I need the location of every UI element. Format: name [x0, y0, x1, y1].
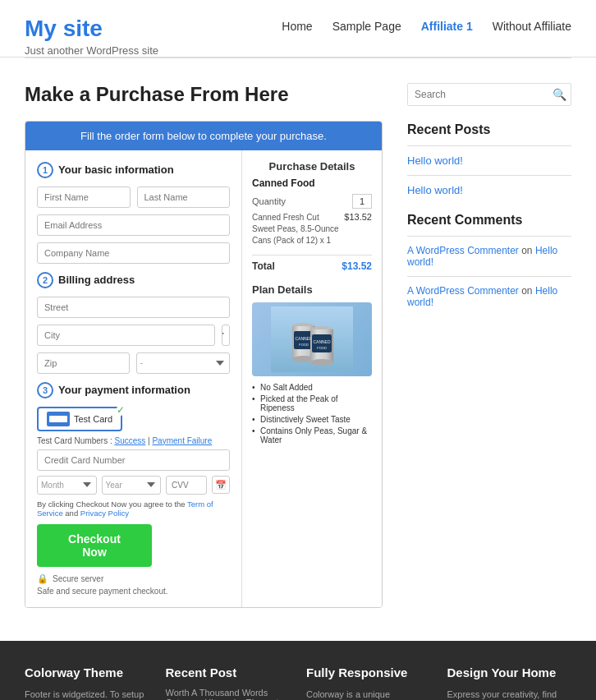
search-button[interactable]: 🔍 — [552, 88, 566, 101]
footer-col1-title: Colorway Theme — [25, 665, 149, 679]
plan-feature-2: Picked at the Peak of Ripeness — [252, 394, 372, 412]
footer-recent-post-link2[interactable]: Category Hierarchy Elements — [166, 698, 291, 700]
cvv-input[interactable] — [166, 476, 207, 495]
section2-title: Billing address — [58, 274, 135, 286]
checkout-left: 1 Your basic information — [25, 150, 242, 607]
card-link-row: Test Card Numbers : Success | Payment Fa… — [37, 436, 230, 445]
recent-comments-section: Recent Comments A WordPress Commenter on… — [407, 213, 571, 308]
footer-col-responsive: Fully Responsive Colorway is a unique re… — [306, 665, 431, 700]
email-input[interactable] — [37, 214, 230, 236]
footer-col2-title: Recent Post — [166, 665, 291, 679]
svg-text:CANNED: CANNED — [295, 336, 313, 341]
cc-number-input[interactable] — [37, 449, 230, 471]
product-name: Canned Food — [252, 177, 372, 189]
year-select[interactable]: Year — [102, 476, 162, 495]
calendar-icon[interactable]: 📅 — [212, 476, 230, 494]
comment1-divider — [407, 276, 571, 277]
site-footer: Colorway Theme Footer is widgetized. To … — [0, 641, 596, 700]
name-row — [37, 187, 230, 208]
product-desc: Canned Fresh Cut Sweet Peas, 8.5-Ounce C… — [252, 212, 341, 246]
footer-col-design: Design Your Home Express your creativity… — [447, 665, 572, 700]
payment-failure-link[interactable]: Payment Failure — [152, 436, 212, 445]
site-tagline: Just another WordPress site — [25, 44, 158, 57]
section1-number: 1 — [37, 162, 53, 178]
section1-title: Your basic information — [58, 163, 174, 176]
card-icon — [47, 412, 70, 426]
nav-home[interactable]: Home — [282, 20, 312, 33]
city-input[interactable] — [37, 325, 215, 346]
recent-post-1[interactable]: Hello world! — [407, 154, 571, 167]
main-content: Make a Purchase From Here Fill the order… — [0, 58, 596, 624]
search-box: 🔍 — [407, 83, 571, 106]
state-select[interactable]: - — [136, 352, 230, 374]
plan-feature-1: No Salt Added — [252, 383, 372, 392]
street-input[interactable] — [37, 297, 230, 318]
nav-affiliate1[interactable]: Affiliate 1 — [421, 20, 473, 33]
company-row — [37, 242, 230, 264]
comment-1-on: on — [521, 245, 532, 256]
cans-illustration: CANNED FOOD CANNED FOOD — [271, 306, 353, 372]
svg-text:FOOD: FOOD — [299, 343, 309, 347]
zip-input[interactable] — [37, 352, 130, 374]
first-name-input[interactable] — [37, 187, 131, 208]
company-input[interactable] — [37, 242, 230, 264]
svg-point-12 — [310, 359, 333, 366]
card-icon-inner — [49, 416, 67, 422]
comment-1: A WordPress Commenter on Hello world! — [407, 245, 571, 268]
last-name-input[interactable] — [137, 187, 231, 208]
success-link[interactable]: Success — [114, 436, 145, 445]
recent-post-2[interactable]: Hello world! — [407, 184, 571, 196]
plan-details-title: Plan Details — [252, 283, 372, 296]
city-country-row: Country — [37, 325, 230, 346]
site-title: My site — [25, 15, 158, 43]
quantity-row: Quantity 1 — [252, 194, 372, 209]
street-row — [37, 297, 230, 318]
checkout-body: 1 Your basic information — [25, 150, 382, 607]
section2-number: 2 — [37, 272, 53, 288]
content-area: Make a Purchase From Here Fill the order… — [25, 83, 383, 608]
country-select[interactable]: Country — [222, 325, 230, 346]
section1-header: 1 Your basic information — [37, 162, 230, 178]
footer-col-colorway: Colorway Theme Footer is widgetized. To … — [25, 665, 149, 700]
checkout-container: Fill the order form below to complete yo… — [25, 121, 383, 608]
zip-row: - — [37, 352, 230, 374]
footer-col1-text: Footer is widgetized. To setup the foote… — [25, 688, 149, 700]
nav-without-affiliate[interactable]: Without Affiliate — [493, 20, 571, 33]
section2-header: 2 Billing address — [37, 272, 230, 288]
test-card-button[interactable]: Test Card ✓ — [37, 407, 122, 431]
sidebar: 🔍 Recent Posts Hello world! Hello world!… — [407, 83, 571, 608]
month-select[interactable]: Month — [37, 476, 97, 495]
recent-comments-divider — [407, 236, 571, 237]
search-input[interactable] — [407, 83, 571, 106]
checkout-now-button[interactable]: Checkout Now — [37, 524, 152, 567]
comment-1-author[interactable]: A WordPress Commenter — [407, 245, 519, 256]
product-price: $13.52 — [344, 212, 372, 222]
section3-header: 3 Your payment information — [37, 382, 230, 398]
secure-server-text: Secure server — [53, 574, 103, 583]
site-header: My site Just another WordPress site Home… — [0, 0, 596, 58]
plan-image: CANNED FOOD CANNED FOOD — [252, 302, 372, 376]
payment-expiry-row: Month Year 📅 — [37, 476, 230, 495]
recent-posts-title: Recent Posts — [407, 122, 571, 137]
nav-sample-page[interactable]: Sample Page — [332, 20, 401, 33]
plan-feature-4: Contains Only Peas, Sugar & Water — [252, 426, 372, 444]
recent-posts-section: Recent Posts Hello world! Hello world! — [407, 122, 571, 196]
lock-icon: 🔒 — [37, 573, 48, 584]
recent-comments-title: Recent Comments — [407, 213, 571, 228]
page-title: Make a Purchase From Here — [25, 83, 383, 106]
email-row — [37, 214, 230, 236]
purchase-divider — [252, 255, 372, 256]
section3-title: Your payment information — [58, 384, 190, 396]
secure-row: 🔒 Secure server — [37, 573, 230, 584]
svg-text:FOOD: FOOD — [317, 346, 327, 350]
plan-features-list: No Salt Added Picked at the Peak of Ripe… — [252, 383, 372, 444]
footer-recent-post-link1[interactable]: Worth A Thousand Words — [166, 688, 291, 698]
privacy-policy-link[interactable]: Privacy Policy — [80, 509, 129, 518]
total-price: $13.52 — [342, 260, 372, 272]
terms-text: By clicking Checkout Now you agree to th… — [37, 500, 230, 518]
comment-2-author[interactable]: A WordPress Commenter — [407, 285, 519, 297]
footer-col-recent-post: Recent Post Worth A Thousand Words Categ… — [166, 665, 291, 700]
recent-posts-divider — [407, 145, 571, 146]
footer-col3-title: Fully Responsive — [306, 665, 431, 679]
purchase-details-title: Purchase Details — [252, 160, 372, 173]
